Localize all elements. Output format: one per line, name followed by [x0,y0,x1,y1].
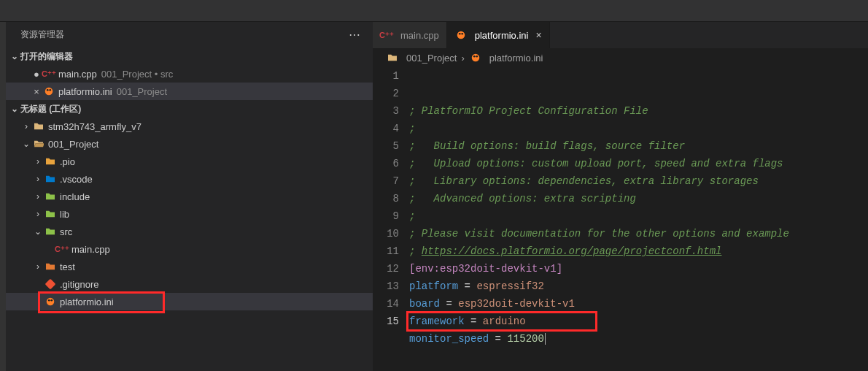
svg-point-0 [45,88,53,96]
window-titlebar [0,0,868,22]
cpp-icon: C⁺⁺ [42,69,55,79]
close-icon[interactable]: × [532,29,541,41]
activity-bar[interactable] [0,22,6,371]
tree-label: .vscode [60,174,93,185]
tree-label: test [60,261,75,272]
svg-point-10 [471,54,479,62]
chevron-down-icon[interactable]: ⌄ [32,226,44,237]
svg-point-12 [476,56,478,58]
svg-point-2 [49,89,51,91]
editor-tabs: C⁺⁺ main.cpp platformio.ini × [373,22,868,48]
svg-point-4 [47,298,55,306]
close-icon[interactable]: × [31,86,42,97]
workspace-label: 无标题 (工作区) [20,103,81,115]
tree-folder[interactable]: › test [6,258,373,275]
code-body[interactable]: ; PlatformIO Project Configuration File;… [409,67,868,371]
chevron-down-icon: ⌄ [9,104,20,114]
cpp-icon: C⁺⁺ [55,245,69,254]
svg-point-7 [457,31,465,39]
chevron-down-icon[interactable]: ⌄ [20,139,32,149]
tree-label: lib [60,209,69,220]
open-editor-item[interactable]: ● C⁺⁺ main.cpp 001_Project • src [6,65,373,83]
folder-icon [44,192,57,201]
folder-open-icon [44,227,57,236]
folder-icon [44,262,57,271]
tree-label: src [60,226,72,237]
chevron-right-icon[interactable]: › [32,191,44,202]
open-editor-item[interactable]: × platformio.ini 001_Project [6,83,373,100]
tree-file[interactable]: platformio.ini [6,293,373,310]
platformio-icon [44,297,57,307]
chevron-right-icon[interactable]: › [20,121,32,131]
tab-platformio-ini[interactable]: platformio.ini × [447,22,550,48]
svg-rect-3 [45,279,55,289]
tree-folder[interactable]: › stm32h743_armfly_v7 [6,118,373,135]
tab-main-cpp[interactable]: C⁺⁺ main.cpp [373,22,447,48]
breadcrumb-folder: 001_Project [406,53,457,64]
tree-label: 001_Project [48,139,98,150]
open-editor-path: 001_Project • src [101,69,173,80]
chevron-right-icon[interactable]: › [32,209,44,219]
tree-file[interactable]: .gitignore [6,275,373,293]
tree-label: main.cpp [71,244,110,255]
chevron-right-icon[interactable]: › [32,174,44,184]
svg-point-5 [48,299,50,302]
git-icon [44,279,57,289]
editor-area: C⁺⁺ main.cpp platformio.ini × 001_Projec… [373,22,868,371]
platformio-icon [454,30,468,40]
chevron-right-icon[interactable]: › [32,261,44,272]
tree-label: .pio [60,156,75,167]
tree-label: platformio.ini [60,297,114,307]
svg-point-9 [461,33,463,35]
folder-icon [44,175,57,183]
platformio-icon [42,86,55,96]
cpp-icon: C⁺⁺ [380,31,393,40]
open-editors-label: 打开的编辑器 [20,50,73,63]
folder-open-icon [32,139,45,148]
chevron-right-icon: › [461,53,464,64]
workspace-header[interactable]: ⌄ 无标题 (工作区) [6,100,373,118]
sidebar-explorer: 资源管理器 ⋯ ⌄ 打开的编辑器 ● C⁺⁺ main.cpp 001_Proj… [6,22,373,371]
breadcrumb-file: platformio.ini [489,53,543,64]
tab-label: platformio.ini [475,30,529,41]
tab-label: main.cpp [400,30,439,41]
more-icon[interactable]: ⋯ [349,28,361,42]
svg-point-8 [459,33,461,35]
svg-point-1 [47,89,49,91]
tree-folder[interactable]: ⌄ src [6,223,373,240]
sidebar-title: 资源管理器 [20,28,64,41]
tree-folder[interactable]: › .pio [6,153,373,170]
folder-icon [32,122,45,131]
folder-icon [44,210,57,218]
svg-point-6 [50,299,53,302]
line-gutter: 123456789101112131415 [373,67,409,371]
open-editors-header[interactable]: ⌄ 打开的编辑器 [6,47,373,65]
tree-file[interactable]: C⁺⁺ main.cpp [6,240,373,258]
tree-folder[interactable]: › lib [6,205,373,223]
chevron-down-icon: ⌄ [9,51,20,61]
open-editor-name: main.cpp [58,69,97,80]
open-editor-path: 001_Project [117,86,167,97]
folder-icon [386,53,399,62]
tree-label: stm32h743_armfly_v7 [48,121,142,132]
code-editor[interactable]: 123456789101112131415 ; PlatformIO Proje… [373,67,868,371]
tree-label: .gitignore [60,279,98,290]
tree-folder[interactable]: › .vscode [6,170,373,188]
tree-folder[interactable]: › include [6,188,373,205]
chevron-right-icon[interactable]: › [32,156,44,167]
dirty-dot-icon[interactable]: ● [31,69,42,80]
breadcrumb[interactable]: 001_Project › platformio.ini [373,48,868,67]
folder-icon [44,157,57,166]
svg-point-11 [473,56,476,58]
platformio-icon [469,53,482,63]
tree-label: include [60,191,90,202]
tree-folder[interactable]: ⌄ 001_Project [6,135,373,153]
open-editor-name: platformio.ini [58,86,112,97]
